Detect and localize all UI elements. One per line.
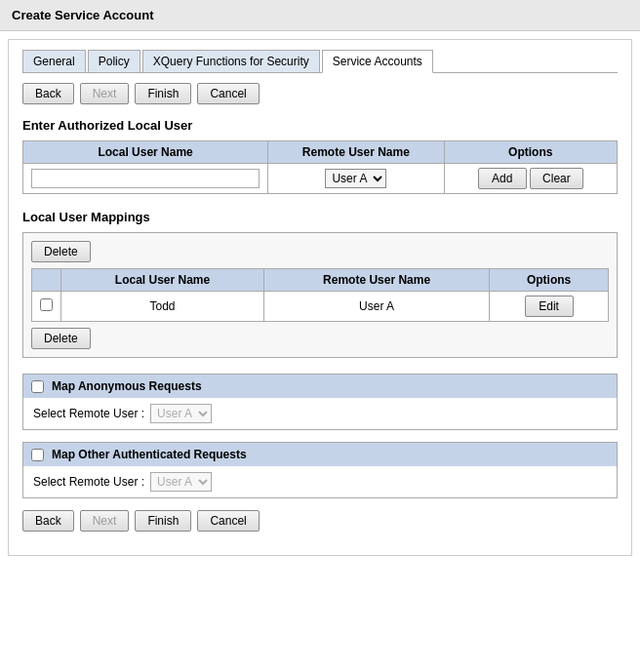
finish-button-top[interactable]: Finish — [135, 83, 191, 104]
auth-checkbox[interactable] — [31, 449, 44, 461]
clear-button[interactable]: Clear — [530, 168, 583, 189]
row-checkbox[interactable] — [40, 298, 53, 311]
delete-button-bottom[interactable]: Delete — [31, 328, 91, 349]
auth-header: Map Other Authenticated Requests — [23, 443, 617, 466]
auth-section: Map Other Authenticated Requests Select … — [22, 442, 618, 498]
tab-xquery[interactable]: XQuery Functions for Security — [142, 50, 320, 72]
col-mappings-local: Local User Name — [61, 269, 264, 292]
next-button-bottom[interactable]: Next — [80, 510, 130, 532]
col-local-user-name: Local User Name — [23, 141, 268, 164]
tab-general[interactable]: General — [22, 50, 86, 72]
next-button-top[interactable]: Next — [80, 83, 130, 104]
auth-select-label: Select Remote User : — [33, 475, 144, 489]
cancel-button-top[interactable]: Cancel — [197, 83, 259, 104]
edit-button[interactable]: Edit — [525, 296, 574, 317]
cancel-button-bottom[interactable]: Cancel — [197, 510, 259, 532]
enter-user-row: User A Add Clear — [23, 164, 618, 194]
remote-user-select[interactable]: User A — [325, 169, 386, 188]
back-button-bottom[interactable]: Back — [22, 510, 74, 532]
page-header: Create Service Account — [0, 0, 640, 31]
col-remote-user-name: Remote User Name — [268, 141, 444, 164]
back-button-top[interactable]: Back — [22, 83, 74, 104]
auth-remote-select[interactable]: User A — [150, 472, 212, 492]
anon-remote-select[interactable]: User A — [150, 404, 212, 423]
anon-header: Map Anonymous Requests — [23, 375, 617, 398]
anon-checkbox[interactable] — [31, 380, 44, 393]
col-mappings-options: Options — [490, 269, 609, 292]
finish-button-bottom[interactable]: Finish — [135, 510, 191, 532]
mappings-box: Delete Local User Name Remote User Name … — [22, 232, 618, 358]
delete-button-top[interactable]: Delete — [31, 241, 91, 262]
enter-user-section: Enter Authorized Local User Local User N… — [22, 118, 618, 194]
row-remote-user: User A — [264, 292, 490, 322]
tab-policy[interactable]: Policy — [88, 50, 140, 72]
col-mappings-remote: Remote User Name — [264, 269, 490, 292]
mappings-title: Local User Mappings — [22, 210, 618, 224]
local-user-input[interactable] — [31, 169, 260, 188]
tab-service-accounts[interactable]: Service Accounts — [322, 50, 433, 73]
col-options: Options — [444, 141, 617, 164]
row-local-user: Todd — [61, 292, 264, 322]
anon-section: Map Anonymous Requests Select Remote Use… — [22, 374, 618, 430]
mappings-table: Local User Name Remote User Name Options… — [31, 268, 609, 322]
enter-user-title: Enter Authorized Local User — [22, 118, 618, 133]
anon-select-label: Select Remote User : — [33, 407, 144, 420]
toolbar-bottom: Back Next Finish Cancel — [22, 510, 618, 532]
add-button[interactable]: Add — [478, 168, 527, 189]
toolbar-top: Back Next Finish Cancel — [22, 83, 618, 104]
enter-user-table: Local User Name Remote User Name Options… — [22, 140, 618, 194]
anon-label: Map Anonymous Requests — [52, 379, 202, 393]
auth-label: Map Other Authenticated Requests — [52, 448, 247, 461]
auth-body: Select Remote User : User A — [23, 466, 617, 497]
col-checkbox-header — [32, 269, 61, 292]
table-row: Todd User A Edit — [32, 292, 609, 322]
anon-body: Select Remote User : User A — [23, 398, 617, 429]
mappings-section: Local User Mappings Delete Local User Na… — [22, 210, 618, 358]
tab-bar: General Policy XQuery Functions for Secu… — [22, 50, 618, 73]
